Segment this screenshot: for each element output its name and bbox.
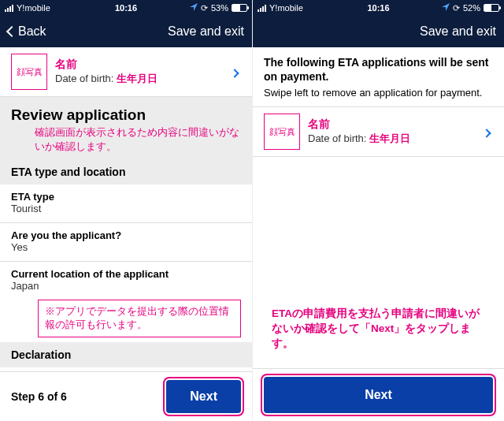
next-button[interactable]: Next: [166, 380, 241, 413]
status-bar: Y!mobile 10:16 ⟳ 52%: [253, 0, 504, 16]
chevron-left-icon: [6, 26, 17, 37]
back-button[interactable]: Back: [8, 24, 46, 39]
applicant-name: 名前: [55, 58, 224, 72]
chevron-right-icon: [484, 124, 493, 140]
payment-intro-sub: Swipe left to remove an application for …: [253, 87, 504, 106]
nav-bar: Back Save and exit: [0, 16, 252, 47]
footer-right: Next: [253, 368, 504, 421]
applicant-q-label: Are you the applicant?: [11, 229, 241, 241]
save-exit-button[interactable]: Save and exit: [420, 24, 496, 39]
dob-value: 生年月日: [369, 132, 410, 144]
save-exit-button[interactable]: Save and exit: [168, 24, 244, 39]
applicant-row[interactable]: 顔写真 名前 Date of birth: 生年月日: [0, 47, 252, 96]
applicant-row[interactable]: 顔写真 名前 Date of birth: 生年月日: [253, 107, 504, 156]
battery-icon: [232, 4, 247, 12]
status-time: 10:16: [253, 3, 504, 13]
dob-label: Date of birth:: [55, 73, 113, 84]
field-eta-type: ETA type Tourist: [0, 184, 252, 222]
content-right: The following ETA applications will be s…: [253, 47, 504, 421]
location-label: Current location of the applicant: [11, 268, 241, 280]
step-indicator: Step 6 of 6: [11, 390, 67, 403]
phone-left: Y!mobile 10:16 ⟳ 53% Back Save and exit …: [0, 0, 252, 421]
nav-bar: . Save and exit: [253, 16, 504, 47]
eta-type-value: Tourist: [11, 203, 241, 214]
section-eta-type-location: ETA type and location: [0, 159, 252, 184]
field-current-location: Current location of the applicant Japan: [0, 262, 252, 300]
dob-value: 生年月日: [117, 73, 158, 84]
location-permission-annotation: ※アプリでデータを提出する際の位置情報の許可も行います。: [38, 300, 241, 337]
payment-intro-heading: The following ETA applications will be s…: [253, 47, 504, 87]
photo-placeholder: 顔写真: [264, 114, 300, 150]
section-declaration: Declaration: [0, 342, 252, 367]
status-time: 10:16: [0, 3, 252, 13]
location-value: Japan: [11, 280, 241, 292]
photo-placeholder: 顔写真: [11, 54, 47, 90]
review-annotation: 確認画面が表示されるため内容に間違いがないか確認します。: [0, 125, 252, 159]
footer-left: Step 6 of 6 Next: [0, 371, 252, 421]
dob-label: Date of birth:: [308, 132, 366, 144]
chevron-right-icon: [232, 64, 241, 80]
field-are-you-applicant: Are you the applicant? Yes: [0, 223, 252, 261]
content-left: 顔写真 名前 Date of birth: 生年月日 Review applic…: [0, 47, 252, 421]
phone-right: Y!mobile 10:16 ⟳ 52% . Save and exit The…: [252, 0, 504, 421]
back-label: Back: [18, 24, 46, 39]
next-annotation: ETAの申請費用を支払う申請者に間違いがないか確認をして「Next」をタップしま…: [264, 307, 493, 352]
battery-icon: [484, 4, 499, 12]
review-heading: Review application: [0, 97, 252, 125]
status-bar: Y!mobile 10:16 ⟳ 53%: [0, 0, 252, 16]
eta-type-label: ETA type: [11, 191, 241, 203]
applicant-q-value: Yes: [11, 241, 241, 253]
applicant-name: 名前: [308, 117, 476, 132]
next-button[interactable]: Next: [264, 377, 493, 413]
